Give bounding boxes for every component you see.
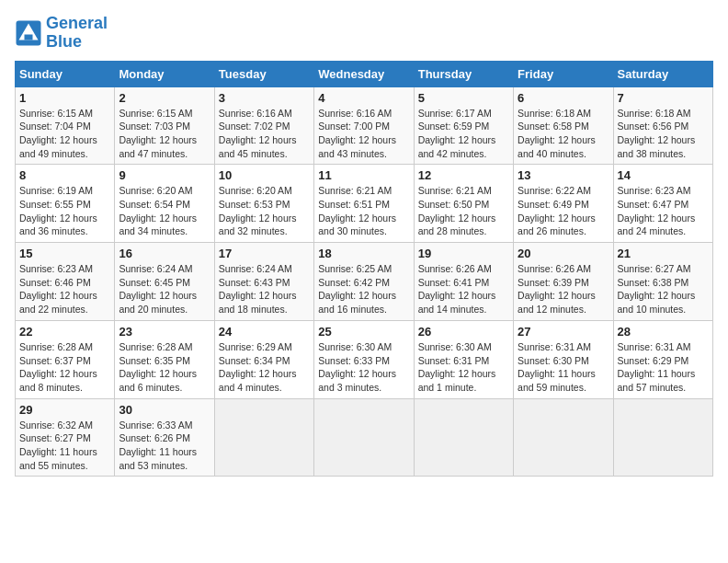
calendar-day-cell: 18 Sunrise: 6:25 AM Sunset: 6:42 PM Dayl… xyxy=(314,243,414,321)
day-number: 3 xyxy=(219,91,310,105)
calendar-day-cell: 21 Sunrise: 6:27 AM Sunset: 6:38 PM Dayl… xyxy=(613,243,712,321)
day-number: 4 xyxy=(318,91,409,105)
day-info: Sunrise: 6:15 AM Sunset: 7:04 PM Dayligh… xyxy=(19,107,110,161)
calendar-week-row: 29 Sunrise: 6:32 AM Sunset: 6:27 PM Dayl… xyxy=(16,398,713,477)
day-number: 19 xyxy=(418,247,509,260)
day-info: Sunrise: 6:31 AM Sunset: 6:30 PM Dayligh… xyxy=(518,340,609,395)
calendar-day-cell: 5 Sunrise: 6:17 AM Sunset: 6:59 PM Dayli… xyxy=(414,86,513,165)
day-number: 8 xyxy=(19,168,110,182)
calendar-day-cell: 23 Sunrise: 6:28 AM Sunset: 6:35 PM Dayl… xyxy=(115,320,214,398)
day-info: Sunrise: 6:28 AM Sunset: 6:35 PM Dayligh… xyxy=(119,340,210,395)
day-number: 27 xyxy=(518,325,609,339)
day-info: Sunrise: 6:25 AM Sunset: 6:42 PM Dayligh… xyxy=(318,262,409,316)
day-info: Sunrise: 6:19 AM Sunset: 6:55 PM Dayligh… xyxy=(19,184,110,238)
calendar-day-cell: 27 Sunrise: 6:31 AM Sunset: 6:30 PM Dayl… xyxy=(514,320,613,398)
calendar-day-cell: 25 Sunrise: 6:30 AM Sunset: 6:33 PM Dayl… xyxy=(314,320,414,398)
calendar-day-cell: 30 Sunrise: 6:33 AM Sunset: 6:26 PM Dayl… xyxy=(115,398,214,477)
weekday-header: Monday xyxy=(115,61,214,86)
day-number: 18 xyxy=(318,247,409,260)
calendar-day-cell: 10 Sunrise: 6:20 AM Sunset: 6:53 PM Dayl… xyxy=(214,165,313,243)
calendar-day-cell: 11 Sunrise: 6:21 AM Sunset: 6:51 PM Dayl… xyxy=(314,165,414,243)
calendar-day-cell: 26 Sunrise: 6:30 AM Sunset: 6:31 PM Dayl… xyxy=(414,320,513,398)
day-info: Sunrise: 6:26 AM Sunset: 6:41 PM Dayligh… xyxy=(418,262,509,316)
day-info: Sunrise: 6:24 AM Sunset: 6:45 PM Dayligh… xyxy=(119,262,210,316)
day-number: 23 xyxy=(119,325,210,339)
day-number: 2 xyxy=(119,91,210,105)
calendar-day-cell: 16 Sunrise: 6:24 AM Sunset: 6:45 PM Dayl… xyxy=(115,243,214,321)
calendar-day-cell: 20 Sunrise: 6:26 AM Sunset: 6:39 PM Dayl… xyxy=(514,243,613,321)
day-number: 21 xyxy=(618,247,709,260)
day-number: 14 xyxy=(618,168,709,182)
calendar-day-cell: 24 Sunrise: 6:29 AM Sunset: 6:34 PM Dayl… xyxy=(214,320,313,398)
day-info: Sunrise: 6:20 AM Sunset: 6:53 PM Dayligh… xyxy=(219,184,310,238)
calendar-day-cell: 19 Sunrise: 6:26 AM Sunset: 6:41 PM Dayl… xyxy=(414,243,513,321)
day-info: Sunrise: 6:21 AM Sunset: 6:51 PM Dayligh… xyxy=(318,184,409,238)
calendar-day-cell: 9 Sunrise: 6:20 AM Sunset: 6:54 PM Dayli… xyxy=(115,165,214,243)
logo-icon xyxy=(15,19,42,47)
day-number: 22 xyxy=(19,325,110,339)
weekday-header: Thursday xyxy=(414,61,513,86)
calendar-day-cell: 2 Sunrise: 6:15 AM Sunset: 7:03 PM Dayli… xyxy=(115,86,214,165)
day-info: Sunrise: 6:28 AM Sunset: 6:37 PM Dayligh… xyxy=(19,340,110,395)
weekday-header: Friday xyxy=(514,61,613,86)
calendar-day-cell: 22 Sunrise: 6:28 AM Sunset: 6:37 PM Dayl… xyxy=(16,320,115,398)
day-info: Sunrise: 6:21 AM Sunset: 6:50 PM Dayligh… xyxy=(418,184,509,238)
calendar-week-row: 22 Sunrise: 6:28 AM Sunset: 6:37 PM Dayl… xyxy=(16,320,713,398)
weekday-header: Wednesday xyxy=(314,61,414,86)
day-number: 6 xyxy=(518,91,609,105)
calendar-day-cell: 3 Sunrise: 6:16 AM Sunset: 7:02 PM Dayli… xyxy=(214,86,313,165)
calendar-day-cell: 8 Sunrise: 6:19 AM Sunset: 6:55 PM Dayli… xyxy=(16,165,115,243)
day-number: 1 xyxy=(19,91,110,105)
calendar-day-cell: 28 Sunrise: 6:31 AM Sunset: 6:29 PM Dayl… xyxy=(613,320,712,398)
calendar-day-cell xyxy=(514,398,613,477)
day-number: 11 xyxy=(318,168,409,182)
day-number: 26 xyxy=(418,325,509,339)
calendar-week-row: 1 Sunrise: 6:15 AM Sunset: 7:04 PM Dayli… xyxy=(16,86,713,165)
day-info: Sunrise: 6:15 AM Sunset: 7:03 PM Dayligh… xyxy=(119,107,210,161)
day-info: Sunrise: 6:24 AM Sunset: 6:43 PM Dayligh… xyxy=(219,262,310,316)
calendar-day-cell: 17 Sunrise: 6:24 AM Sunset: 6:43 PM Dayl… xyxy=(214,243,313,321)
day-number: 28 xyxy=(618,325,709,339)
day-number: 24 xyxy=(219,325,310,339)
calendar-header: SundayMondayTuesdayWednesdayThursdayFrid… xyxy=(16,61,713,86)
day-number: 25 xyxy=(318,325,409,339)
calendar-day-cell: 7 Sunrise: 6:18 AM Sunset: 6:56 PM Dayli… xyxy=(613,86,712,165)
day-number: 16 xyxy=(119,247,210,260)
calendar-day-cell: 14 Sunrise: 6:23 AM Sunset: 6:47 PM Dayl… xyxy=(613,165,712,243)
calendar-day-cell: 13 Sunrise: 6:22 AM Sunset: 6:49 PM Dayl… xyxy=(514,165,613,243)
day-info: Sunrise: 6:23 AM Sunset: 6:47 PM Dayligh… xyxy=(618,184,709,238)
day-info: Sunrise: 6:33 AM Sunset: 6:26 PM Dayligh… xyxy=(119,419,210,473)
logo: General Blue xyxy=(15,15,108,52)
day-number: 17 xyxy=(219,247,310,260)
day-info: Sunrise: 6:18 AM Sunset: 6:58 PM Dayligh… xyxy=(518,107,609,161)
weekday-header: Saturday xyxy=(613,61,712,86)
weekday-header: Tuesday xyxy=(214,61,313,86)
day-info: Sunrise: 6:22 AM Sunset: 6:49 PM Dayligh… xyxy=(518,184,609,238)
weekday-header: Sunday xyxy=(16,61,115,86)
day-info: Sunrise: 6:17 AM Sunset: 6:59 PM Dayligh… xyxy=(418,107,509,161)
calendar-day-cell xyxy=(214,398,313,477)
day-number: 13 xyxy=(518,168,609,182)
calendar-day-cell: 29 Sunrise: 6:32 AM Sunset: 6:27 PM Dayl… xyxy=(16,398,115,477)
day-info: Sunrise: 6:31 AM Sunset: 6:29 PM Dayligh… xyxy=(618,340,709,395)
day-number: 29 xyxy=(19,403,110,417)
calendar-day-cell: 15 Sunrise: 6:23 AM Sunset: 6:46 PM Dayl… xyxy=(16,243,115,321)
day-info: Sunrise: 6:18 AM Sunset: 6:56 PM Dayligh… xyxy=(618,107,709,161)
calendar-table: SundayMondayTuesdayWednesdayThursdayFrid… xyxy=(15,61,713,477)
day-number: 30 xyxy=(119,403,210,417)
calendar-day-cell xyxy=(314,398,414,477)
day-number: 10 xyxy=(219,168,310,182)
calendar-day-cell: 6 Sunrise: 6:18 AM Sunset: 6:58 PM Dayli… xyxy=(514,86,613,165)
day-info: Sunrise: 6:23 AM Sunset: 6:46 PM Dayligh… xyxy=(19,262,110,316)
day-number: 20 xyxy=(518,247,609,260)
calendar-week-row: 8 Sunrise: 6:19 AM Sunset: 6:55 PM Dayli… xyxy=(16,165,713,243)
calendar-day-cell: 1 Sunrise: 6:15 AM Sunset: 7:04 PM Dayli… xyxy=(16,86,115,165)
day-info: Sunrise: 6:27 AM Sunset: 6:38 PM Dayligh… xyxy=(618,262,709,316)
page-header: General Blue xyxy=(15,15,713,52)
day-info: Sunrise: 6:30 AM Sunset: 6:33 PM Dayligh… xyxy=(318,340,409,395)
day-info: Sunrise: 6:16 AM Sunset: 7:00 PM Dayligh… xyxy=(318,107,409,161)
svg-rect-2 xyxy=(25,34,33,40)
day-number: 15 xyxy=(19,247,110,260)
day-number: 9 xyxy=(119,168,210,182)
logo-text: General Blue xyxy=(46,15,108,52)
